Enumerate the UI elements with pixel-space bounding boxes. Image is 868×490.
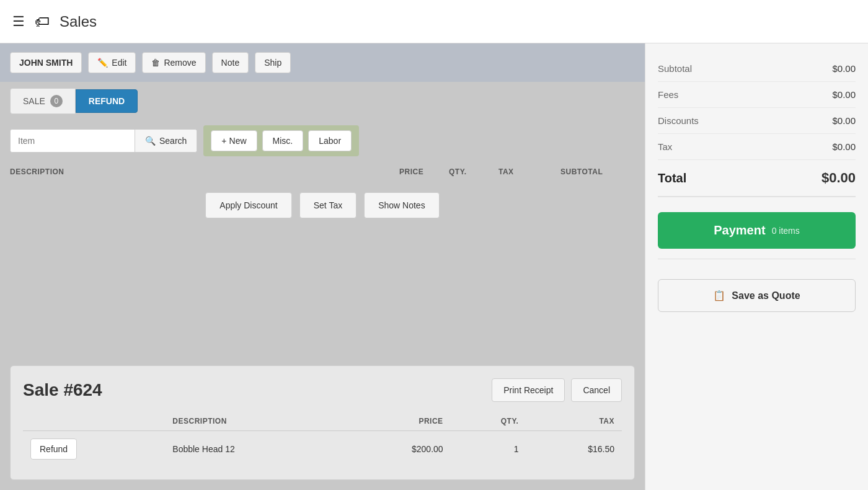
payment-button[interactable]: Payment 0 items [658,212,856,249]
sale-tab-label: SALE [23,96,45,106]
edit-button[interactable]: ✏️ Edit [88,52,136,73]
subtotal-label: Subtotal [658,63,692,74]
sale-count-badge: 0 [50,95,63,107]
hamburger-icon[interactable]: ☰ [12,14,25,30]
col-description: DESCRIPTION [10,167,399,176]
customer-name-button[interactable]: JOHN SMITH [10,52,82,73]
ship-button[interactable]: Ship [255,52,291,73]
item-search-row: 🔍 Search + New Misc. Labor [0,120,645,161]
app-title: Sales [60,13,97,30]
discounts-label: Discounts [658,115,699,126]
fees-value: $0.00 [832,89,856,100]
left-panel: JOHN SMITH ✏️ Edit 🗑 Remove Note Ship SA… [0,43,645,490]
payment-label: Payment [714,223,765,238]
remove-label: Remove [164,58,196,68]
item-input-wrap: 🔍 Search [10,129,197,153]
sale-col-price: PRICE [343,412,451,431]
sale-col-qty: QTY. [451,412,526,431]
table-row: RefundBobble Head 12$200.001$16.50 [23,431,622,468]
remove-icon: 🗑 [151,58,160,68]
save-quote-label: Save as Quote [732,290,800,301]
row-qty: 1 [451,431,526,468]
search-icon: 🔍 [145,136,156,146]
spacer [0,228,645,358]
col-price: PRICE [399,167,449,176]
tax-row: Tax $0.00 [658,134,856,160]
tax-value: $0.00 [832,141,856,152]
tab-row: SALE 0 REFUND [0,82,645,120]
discounts-row: Discounts $0.00 [658,108,856,134]
main-layout: JOHN SMITH ✏️ Edit 🗑 Remove Note Ship SA… [0,43,868,490]
sale-items-table: DESCRIPTION PRICE QTY. TAX RefundBobble … [23,412,622,467]
total-value: $0.00 [822,170,856,186]
refund-row-button[interactable]: Refund [30,439,77,460]
subtotal-value: $0.00 [832,63,856,74]
apply-discount-button[interactable]: Apply Discount [205,192,291,218]
fees-label: Fees [658,89,678,100]
total-row: Total $0.00 [658,160,856,197]
sale-card-actions: Print Receipt Cancel [492,378,622,402]
row-tax: $16.50 [526,431,622,468]
col-qty: QTY. [449,167,498,176]
subtotal-row: Subtotal $0.00 [658,56,856,82]
save-quote-button[interactable]: 📋 Save as Quote [658,279,856,312]
total-label: Total [658,171,686,185]
search-label: Search [159,136,187,146]
remove-button[interactable]: 🗑 Remove [142,52,205,73]
edit-label: Edit [112,58,126,68]
sale-number: Sale #624 [23,380,102,400]
sale-col-description: DESCRIPTION [165,412,343,431]
sale-col-tax: TAX [526,412,622,431]
fees-row: Fees $0.00 [658,82,856,108]
col-subtotal: SUBTOTAL [560,167,635,176]
top-nav: ☰ 🏷 Sales [0,0,868,43]
tab-sale[interactable]: SALE 0 [10,88,76,114]
row-description: Bobble Head 12 [165,431,343,468]
labor-button[interactable]: Labor [308,130,352,151]
app-icon: 🏷 [35,13,50,30]
sale-col-refund-action [23,412,165,431]
search-button[interactable]: 🔍 Search [135,130,197,152]
tax-label: Tax [658,141,672,152]
action-buttons-row: Apply Discount Set Tax Show Notes [0,182,645,228]
divider [658,259,856,259]
show-notes-button[interactable]: Show Notes [364,192,439,218]
table-header: DESCRIPTION PRICE QTY. TAX SUBTOTAL [0,161,645,182]
sale-card-header: Sale #624 Print Receipt Cancel [23,378,622,402]
sale-card: Sale #624 Print Receipt Cancel DESCRIPTI… [10,365,635,480]
new-icon: + [221,136,226,146]
note-button[interactable]: Note [212,52,249,73]
row-price: $200.00 [343,431,451,468]
set-tax-button[interactable]: Set Tax [299,192,356,218]
print-receipt-button[interactable]: Print Receipt [492,378,565,402]
tab-refund[interactable]: REFUND [76,89,138,113]
new-label: New [229,136,247,146]
new-button[interactable]: + New [211,130,257,151]
cancel-button[interactable]: Cancel [571,378,622,402]
misc-button[interactable]: Misc. [262,130,304,151]
discounts-value: $0.00 [832,115,856,126]
right-panel: Subtotal $0.00 Fees $0.00 Discounts $0.0… [645,43,868,490]
edit-icon: ✏️ [97,58,108,68]
add-buttons-group: + New Misc. Labor [203,125,359,156]
save-quote-icon: 📋 [713,290,725,301]
col-tax: TAX [498,167,560,176]
item-input[interactable] [11,130,135,152]
customer-bar: JOHN SMITH ✏️ Edit 🗑 Remove Note Ship [0,43,645,82]
payment-items-badge: 0 items [772,226,800,236]
